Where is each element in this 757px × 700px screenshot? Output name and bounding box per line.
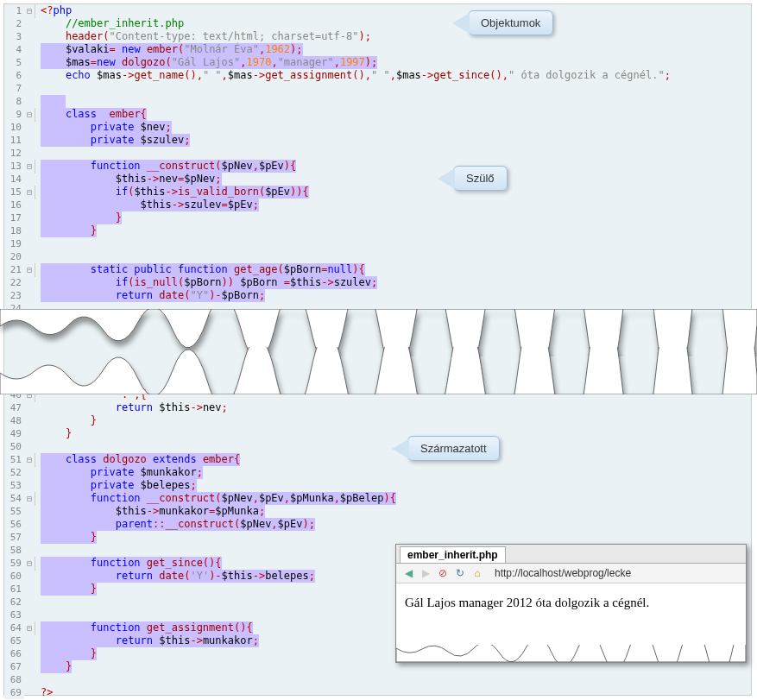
- code-line[interactable]: 14 $this->nev=$pNev;: [4, 173, 751, 186]
- line-number: 18: [4, 224, 24, 237]
- code-line[interactable]: 1<?php: [4, 4, 751, 17]
- code-content[interactable]: $valaki= new ember("Molnár Éva",1962);: [35, 43, 751, 56]
- line-number: 12: [4, 147, 24, 160]
- code-line[interactable]: 51 class dolgozo extends ember{: [4, 453, 751, 466]
- code-line[interactable]: 7: [4, 82, 751, 95]
- fold-gutter[interactable]: [24, 621, 35, 635]
- forward-icon[interactable]: ▶: [419, 566, 432, 580]
- code-content[interactable]: parent::__construct($pNev,$pEv);: [35, 518, 751, 531]
- code-line[interactable]: 15 if($this->is_valid_born($pEv)){: [4, 186, 751, 199]
- code-line[interactable]: 18 }: [4, 224, 751, 237]
- code-content[interactable]: private $nev;: [35, 121, 751, 134]
- code-content[interactable]: [35, 237, 751, 250]
- code-content[interactable]: $mas=new dolgozo("Gál Lajos",1970,"manag…: [35, 56, 751, 69]
- code-line[interactable]: 22 if(is_null($pBorn)) $pBorn =$this->sz…: [4, 276, 751, 289]
- code-content[interactable]: static public function get_age($pBorn=nu…: [35, 263, 751, 276]
- code-content[interactable]: [35, 250, 751, 263]
- code-content[interactable]: ?>: [35, 686, 751, 699]
- code-content[interactable]: }: [35, 211, 751, 224]
- code-content[interactable]: class ember{: [35, 108, 751, 121]
- code-line[interactable]: 57 }: [4, 531, 751, 544]
- code-content[interactable]: private $szulev;: [35, 134, 751, 147]
- code-content[interactable]: if($this->is_valid_born($pEv)){: [35, 186, 751, 199]
- line-number: 57: [4, 531, 24, 544]
- code-line[interactable]: 12: [4, 147, 751, 160]
- code-content[interactable]: <?php: [35, 4, 751, 17]
- code-line[interactable]: 56 parent::__construct($pNev,$pEv);: [4, 518, 751, 531]
- fold-gutter[interactable]: [24, 492, 35, 506]
- code-content[interactable]: $this->nev=$pNev;: [35, 173, 751, 186]
- code-content[interactable]: return $this->nev;: [35, 401, 751, 414]
- code-line[interactable]: 48 }: [4, 414, 751, 427]
- code-line[interactable]: 10 private $nev;: [4, 121, 751, 134]
- code-line[interactable]: 50: [4, 440, 751, 453]
- code-content[interactable]: private $munkakor;: [35, 466, 751, 479]
- line-number: 52: [4, 466, 24, 479]
- code-line[interactable]: 4 $valaki= new ember("Molnár Éva",1962);: [4, 43, 751, 56]
- code-line[interactable]: 69?>: [4, 686, 751, 699]
- code-line[interactable]: 5 $mas=new dolgozo("Gál Lajos",1970,"man…: [4, 56, 751, 69]
- reload-icon[interactable]: ↻: [453, 566, 467, 580]
- fold-gutter[interactable]: [24, 453, 35, 467]
- back-icon[interactable]: ◀: [401, 566, 415, 580]
- fold-gutter[interactable]: [24, 160, 35, 173]
- code-content[interactable]: header("Content-type: text/html; charset…: [35, 30, 751, 43]
- browser-tab[interactable]: ember_inherit.php: [400, 546, 506, 563]
- code-line[interactable]: 8: [4, 95, 751, 108]
- fold-gutter[interactable]: [24, 263, 35, 277]
- code-line[interactable]: 54 function __construct($pNev,$pEv,$pMun…: [4, 492, 751, 505]
- line-number: 67: [4, 660, 24, 673]
- line-number: 10: [4, 121, 24, 134]
- code-line[interactable]: 2 //ember_inherit.php: [4, 17, 751, 30]
- code-content[interactable]: $this->munkakor=$pMunka;: [35, 505, 751, 518]
- code-line[interactable]: 13 function __construct($pNev,$pEv){: [4, 160, 751, 173]
- code-line[interactable]: 55 $this->munkakor=$pMunka;: [4, 505, 751, 518]
- line-number: 17: [4, 211, 24, 224]
- code-line[interactable]: 16 $this->szulev=$pEv;: [4, 199, 751, 211]
- line-number: 61: [4, 583, 24, 596]
- code-line[interactable]: 20: [4, 250, 751, 263]
- code-content[interactable]: [35, 95, 751, 108]
- line-number: 1: [4, 4, 24, 17]
- fold-gutter[interactable]: [24, 108, 35, 122]
- code-line[interactable]: 11 private $szulev;: [4, 134, 751, 147]
- code-line[interactable]: 23 return date("Y")-$pBorn;: [4, 289, 751, 302]
- code-line[interactable]: 3 header("Content-type: text/html; chars…: [4, 30, 751, 43]
- code-content[interactable]: private $belepes;: [35, 479, 751, 492]
- code-content[interactable]: //ember_inherit.php: [35, 17, 751, 30]
- line-number: 14: [4, 173, 24, 186]
- address-bar[interactable]: http://localhost/webprog/lecke: [495, 567, 631, 579]
- code-content[interactable]: }: [35, 531, 751, 544]
- code-line[interactable]: 68: [4, 673, 751, 686]
- code-line[interactable]: 47 return $this->nev;: [4, 401, 751, 414]
- code-line[interactable]: 19: [4, 237, 751, 250]
- code-content[interactable]: echo $mas->get_name()," ",$mas->get_assi…: [35, 69, 751, 82]
- code-content[interactable]: [35, 147, 751, 160]
- fold-gutter[interactable]: [24, 4, 35, 18]
- code-content[interactable]: function __construct($pNev,$pEv){: [35, 160, 751, 173]
- code-content[interactable]: if(is_null($pBorn)) $pBorn =$this->szule…: [35, 276, 751, 289]
- callout-label: Objektumok: [481, 16, 540, 29]
- code-line[interactable]: 21 static public function get_age($pBorn…: [4, 263, 751, 276]
- line-number: 49: [4, 427, 24, 440]
- code-line[interactable]: 49 }: [4, 427, 751, 440]
- line-number: 55: [4, 505, 24, 518]
- line-number: 19: [4, 237, 24, 250]
- line-number: 20: [4, 250, 24, 263]
- stop-icon[interactable]: ⊘: [436, 566, 450, 580]
- code-content[interactable]: }: [35, 224, 751, 237]
- code-content[interactable]: }: [35, 414, 751, 427]
- browser-tabbar: ember_inherit.php: [396, 545, 746, 564]
- code-content[interactable]: function __construct($pNev,$pEv,$pMunka,…: [35, 492, 751, 505]
- home-icon[interactable]: ⌂: [470, 566, 484, 580]
- line-number: 6: [4, 69, 24, 82]
- fold-gutter[interactable]: [24, 186, 35, 199]
- code-line[interactable]: 52 private $munkakor;: [4, 466, 751, 479]
- code-line[interactable]: 53 private $belepes;: [4, 479, 751, 492]
- code-content[interactable]: $this->szulev=$pEv;: [35, 199, 751, 211]
- fold-gutter[interactable]: [24, 557, 35, 571]
- code-line[interactable]: 17 }: [4, 211, 751, 224]
- code-line[interactable]: 6 echo $mas->get_name()," ",$mas->get_as…: [4, 69, 751, 82]
- code-content[interactable]: return date("Y")-$pBorn;: [35, 289, 751, 302]
- code-line[interactable]: 9 class ember{: [4, 108, 751, 121]
